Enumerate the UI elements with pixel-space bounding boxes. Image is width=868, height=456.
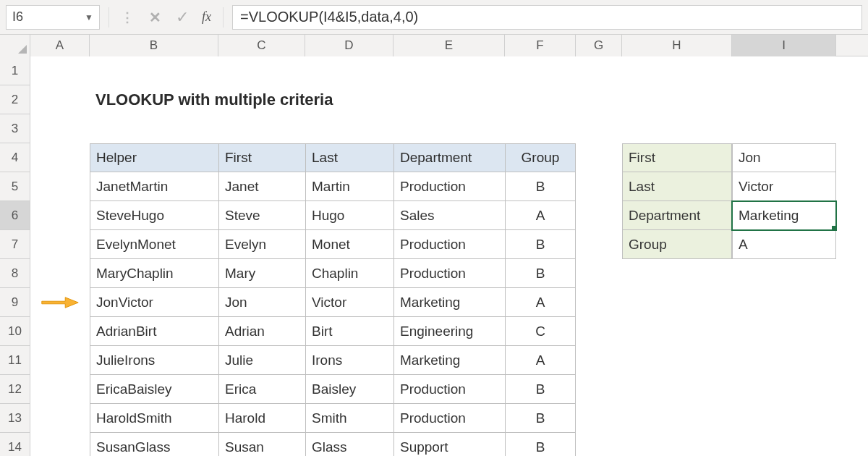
table-cell[interactable]: Production [393, 259, 505, 288]
table-cell[interactable]: Susan [218, 433, 305, 456]
row-header[interactable]: 3 [0, 114, 30, 143]
cell[interactable] [30, 172, 90, 201]
table-cell[interactable]: AdrianBirt [90, 317, 218, 346]
lookup-label[interactable]: Department [622, 201, 732, 230]
table-cell[interactable]: Harold [218, 404, 305, 433]
lookup-label[interactable]: Group [622, 230, 732, 259]
table-cell[interactable]: Evelyn [218, 230, 305, 259]
table-cell[interactable]: C [505, 317, 576, 346]
cell[interactable] [576, 404, 836, 433]
table-cell[interactable]: EvelynMonet [90, 230, 218, 259]
table-cell[interactable]: Irons [305, 346, 393, 375]
table-cell[interactable]: EricaBaisley [90, 375, 218, 404]
lookup-value[interactable]: Victor [732, 172, 836, 201]
cell[interactable] [576, 288, 836, 317]
lookup-value[interactable]: Jon [732, 143, 836, 172]
select-all-corner[interactable] [0, 35, 30, 56]
cell[interactable] [576, 259, 836, 288]
table-cell[interactable]: Marketing [393, 288, 505, 317]
cell[interactable] [30, 56, 90, 85]
table-header[interactable]: Last [305, 143, 393, 172]
table-cell[interactable]: Martin [305, 172, 393, 201]
table-cell[interactable]: Birt [305, 317, 393, 346]
cell[interactable] [30, 230, 90, 259]
cell[interactable] [576, 346, 836, 375]
cell[interactable] [505, 85, 836, 114]
table-cell[interactable]: Production [393, 172, 505, 201]
cell[interactable] [30, 143, 90, 172]
page-title[interactable]: VLOOKUP with multiple criteria [90, 85, 505, 114]
table-cell[interactable]: Production [393, 375, 505, 404]
table-cell[interactable]: SteveHugo [90, 201, 218, 230]
cell[interactable] [30, 85, 90, 114]
name-box[interactable]: I6 ▼ [6, 5, 100, 30]
cell[interactable] [30, 114, 90, 143]
cell[interactable] [30, 404, 90, 433]
cell[interactable] [576, 375, 836, 404]
row-header[interactable]: 10 [0, 317, 30, 346]
table-cell[interactable]: B [505, 259, 576, 288]
row-header[interactable]: 6 [0, 201, 30, 230]
cell[interactable] [30, 317, 90, 346]
table-cell[interactable]: Chaplin [305, 259, 393, 288]
col-header-I[interactable]: I [732, 35, 836, 56]
selected-cell[interactable]: Marketing [732, 201, 836, 230]
cell[interactable] [576, 172, 622, 201]
table-cell[interactable]: A [505, 201, 576, 230]
cell[interactable] [30, 259, 90, 288]
table-cell[interactable]: Mary [218, 259, 305, 288]
enter-icon[interactable]: ✓ [173, 8, 192, 27]
lookup-label[interactable]: First [622, 143, 732, 172]
col-header-C[interactable]: C [218, 35, 305, 56]
row-header[interactable]: 1 [0, 56, 30, 85]
table-cell[interactable]: Support [393, 433, 505, 456]
table-header[interactable]: First [218, 143, 305, 172]
cell[interactable] [30, 375, 90, 404]
table-cell[interactable]: MaryChaplin [90, 259, 218, 288]
row-header[interactable]: 13 [0, 404, 30, 433]
table-cell[interactable]: A [505, 346, 576, 375]
col-header-D[interactable]: D [305, 35, 393, 56]
table-cell[interactable]: JonVictor [90, 288, 218, 317]
table-header[interactable]: Group [505, 143, 576, 172]
col-header-G[interactable]: G [576, 35, 622, 56]
row-header[interactable]: 7 [0, 230, 30, 259]
table-cell[interactable]: B [505, 433, 576, 456]
row-header[interactable]: 14 [0, 433, 30, 456]
table-cell[interactable]: Jon [218, 288, 305, 317]
row-header[interactable]: 4 [0, 143, 30, 172]
table-cell[interactable]: Glass [305, 433, 393, 456]
row-header[interactable]: 11 [0, 346, 30, 375]
row-header[interactable]: 2 [0, 85, 30, 114]
table-cell[interactable]: Steve [218, 201, 305, 230]
table-cell[interactable]: Marketing [393, 346, 505, 375]
col-header-F[interactable]: F [505, 35, 576, 56]
row-header[interactable]: 8 [0, 259, 30, 288]
table-cell[interactable]: Sales [393, 201, 505, 230]
cell[interactable] [30, 433, 90, 456]
cell[interactable] [90, 56, 836, 85]
row-header[interactable]: 12 [0, 375, 30, 404]
cell[interactable] [576, 201, 622, 230]
cell[interactable] [30, 346, 90, 375]
table-cell[interactable]: Erica [218, 375, 305, 404]
table-cell[interactable]: Monet [305, 230, 393, 259]
table-cell[interactable]: HaroldSmith [90, 404, 218, 433]
formula-input[interactable]: =VLOOKUP(I4&I5,data,4,0) [232, 5, 862, 30]
lookup-label[interactable]: Last [622, 172, 732, 201]
cancel-icon[interactable]: ✕ [145, 8, 164, 27]
table-cell[interactable]: Hugo [305, 201, 393, 230]
table-cell[interactable]: SusanGlass [90, 433, 218, 456]
table-cell[interactable]: JulieIrons [90, 346, 218, 375]
table-cell[interactable]: Victor [305, 288, 393, 317]
cell[interactable] [576, 230, 622, 259]
table-cell[interactable]: Smith [305, 404, 393, 433]
table-cell[interactable]: B [505, 375, 576, 404]
cell[interactable] [90, 114, 836, 143]
table-cell[interactable]: Adrian [218, 317, 305, 346]
table-cell[interactable]: Baisley [305, 375, 393, 404]
lookup-value[interactable]: A [732, 230, 836, 259]
col-header-E[interactable]: E [393, 35, 505, 56]
table-header[interactable]: Department [393, 143, 505, 172]
chevron-down-icon[interactable]: ▼ [85, 12, 93, 22]
